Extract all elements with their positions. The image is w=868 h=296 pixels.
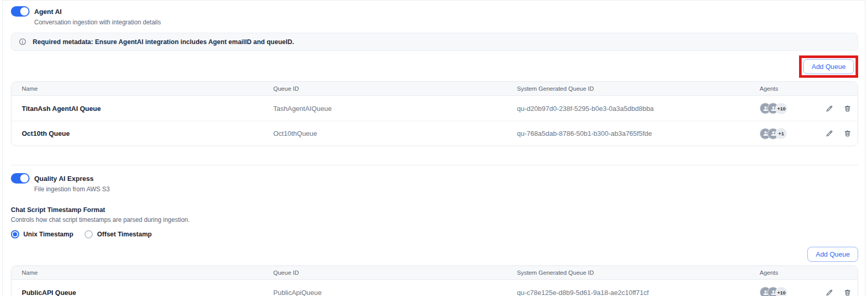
agent-ai-toggle-label: Agent AI [34, 8, 62, 16]
agent-ai-description: Conversation ingestion with integration … [34, 19, 858, 26]
quality-ai-queue-table: Name Queue ID System Generated Queue ID … [11, 265, 858, 296]
radio-unselected-icon[interactable] [85, 230, 93, 238]
radio-option-offset-timestamp[interactable]: Offset Timestamp [85, 230, 151, 238]
quality-ai-toggle[interactable] [11, 173, 30, 184]
timestamp-format-label: Chat Script Timestamp Format [11, 206, 858, 214]
required-metadata-text: Required metadata: Ensure AgentAI integr… [33, 38, 294, 46]
radio-label: Offset Timestamp [97, 231, 151, 238]
agent-ai-toggle-row: Agent AI [11, 6, 858, 17]
edit-queue-button[interactable] [825, 105, 833, 112]
radio-option-unix-timestamp[interactable]: Unix Timestamp [11, 230, 73, 238]
queue-name: Oct10th Queue [11, 130, 263, 137]
agents-overflow-badge: +1 [775, 128, 787, 139]
trash-icon [844, 289, 851, 296]
system-queue-id: qu-c78e125e-d8b9-5d61-9a18-ae2c10ff71cf [507, 289, 749, 296]
system-queue-id: qu-d20b97d0-238f-5295-b0e3-0a3a5dbd8bba [507, 105, 749, 112]
radio-selected-icon[interactable] [11, 230, 19, 238]
content-panel: Agent AI Conversation ingestion with int… [2, 0, 865, 296]
section-divider [11, 165, 858, 165]
trash-icon [844, 105, 851, 112]
queue-id: TashAgentAIQueue [263, 105, 507, 112]
column-header-system-queue-id: System Generated Queue ID [507, 82, 749, 95]
table-row: PublicAPI Queue PublicApiQueue qu-c78e12… [11, 280, 858, 296]
quality-ai-toggle-row: Quality AI Express [11, 173, 858, 184]
agent-ai-toggle[interactable] [11, 6, 30, 17]
timestamp-format-radio-group: Unix Timestamp Offset Timestamp [11, 230, 858, 238]
table-row: TitanAsh AgentAI Queue TashAgentAIQueue … [11, 96, 858, 121]
info-icon [19, 38, 26, 46]
radio-label: Unix Timestamp [23, 231, 73, 238]
trash-icon [844, 130, 851, 137]
column-header-name: Name [11, 266, 263, 279]
edit-queue-button[interactable] [825, 130, 833, 137]
agents-avatar-stack: +1 [760, 128, 825, 139]
pencil-icon [825, 105, 833, 112]
pencil-icon [825, 130, 833, 137]
delete-queue-button[interactable] [844, 105, 851, 112]
agents-overflow-badge: +10 [775, 287, 788, 296]
annotation-highlight: Add Queue [799, 55, 858, 78]
column-header-system-queue-id: System Generated Queue ID [507, 266, 749, 279]
system-queue-id: qu-768a5dab-8786-50b1-b300-ab3a765f5fde [507, 130, 749, 137]
agents-overflow-badge: +10 [775, 103, 788, 115]
column-header-agents: Agents [749, 266, 825, 279]
queue-id: Oct10thQueue [263, 130, 507, 137]
delete-queue-button[interactable] [844, 130, 851, 137]
table-header-row: Name Queue ID System Generated Queue ID … [11, 266, 858, 280]
column-header-queue-id: Queue ID [263, 266, 507, 279]
delete-queue-button[interactable] [844, 289, 851, 296]
agent-ai-queue-table: Name Queue ID System Generated Queue ID … [11, 81, 858, 146]
queue-name: TitanAsh AgentAI Queue [11, 105, 263, 112]
queue-name: PublicAPI Queue [11, 289, 263, 296]
required-metadata-banner: Required metadata: Ensure AgentAI integr… [11, 33, 858, 51]
edit-queue-button[interactable] [825, 289, 833, 296]
add-queue-button-agent-ai[interactable]: Add Queue [803, 59, 854, 74]
quality-ai-toggle-label: Quality AI Express [34, 175, 93, 182]
table-header-row: Name Queue ID System Generated Queue ID … [11, 82, 858, 96]
agents-avatar-stack: +10 [760, 287, 825, 296]
column-header-queue-id: Queue ID [263, 82, 507, 95]
timestamp-format-help: Controls how chat script timestamps are … [11, 216, 858, 223]
add-queue-button-quality-ai[interactable]: Add Queue [807, 247, 858, 262]
pencil-icon [825, 289, 833, 296]
quality-ai-description: File ingestion from AWS S3 [34, 186, 858, 193]
queue-id: PublicApiQueue [263, 289, 507, 296]
column-header-name: Name [11, 82, 263, 95]
table-row: Oct10th Queue Oct10thQueue qu-768a5dab-8… [11, 121, 858, 146]
agents-avatar-stack: +10 [760, 103, 825, 115]
column-header-agents: Agents [749, 82, 825, 95]
